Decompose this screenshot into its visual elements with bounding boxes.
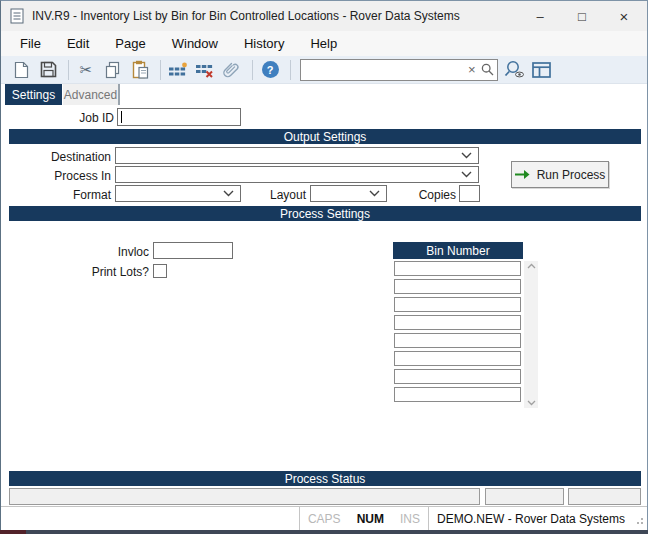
bin-number-input[interactable] — [394, 315, 521, 330]
job-id-label: Job ID — [1, 111, 114, 125]
invloc-input[interactable] — [153, 242, 233, 259]
find-records-icon[interactable] — [502, 59, 526, 81]
cut-icon[interactable]: ✂ — [74, 59, 98, 81]
copies-input[interactable] — [459, 185, 480, 202]
bin-number-input[interactable] — [394, 387, 521, 402]
bin-rows — [394, 261, 521, 405]
process-settings-header: Process Settings — [9, 206, 641, 221]
search-box: × — [300, 59, 498, 81]
bin-number-input[interactable] — [394, 351, 521, 366]
destination-select[interactable] — [115, 147, 479, 164]
minimize-button[interactable]: – — [519, 1, 561, 31]
delete-row-icon[interactable] — [193, 59, 217, 81]
text-caret — [121, 111, 122, 123]
search-input[interactable] — [301, 61, 464, 79]
menu-window[interactable]: Window — [163, 33, 227, 54]
destination-label: Destination — [1, 150, 111, 164]
process-status-field — [568, 488, 641, 505]
window-document-icon — [10, 8, 24, 24]
toolbar-separator — [68, 60, 69, 80]
toolbar-separator — [290, 60, 291, 80]
paste-icon[interactable] — [128, 59, 152, 81]
process-status-field — [9, 488, 480, 505]
chevron-down-icon — [461, 152, 472, 159]
num-indicator: NUM — [349, 512, 392, 526]
invloc-label: Invloc — [1, 245, 149, 259]
app-window: INV.R9 - Inventory List by Bin for Bin C… — [0, 0, 648, 531]
bin-number-input[interactable] — [394, 369, 521, 384]
new-document-icon[interactable] — [9, 59, 33, 81]
copy-icon[interactable] — [101, 59, 125, 81]
print-lots-label: Print Lots? — [1, 265, 149, 279]
process-status-header: Process Status — [9, 471, 641, 486]
session-label: DEMO.NEW - Rover Data Systems — [429, 512, 633, 526]
attachment-icon[interactable] — [220, 59, 244, 81]
process-in-select[interactable] — [115, 166, 479, 183]
resize-grip[interactable] — [633, 510, 645, 528]
desktop-edge-accent — [0, 530, 26, 534]
bin-number-input[interactable] — [394, 261, 521, 276]
search-clear-icon[interactable]: × — [464, 62, 480, 77]
desktop-edge — [0, 530, 648, 534]
close-button[interactable]: × — [603, 1, 645, 31]
insert-row-icon[interactable] — [166, 59, 190, 81]
menu-bar: File Edit Page Window History Help — [1, 31, 647, 56]
bin-table-scrollbar[interactable] — [524, 261, 538, 408]
menu-page[interactable]: Page — [106, 33, 154, 54]
tab-advanced[interactable]: Advanced — [63, 84, 120, 105]
run-arrow-icon — [515, 169, 530, 180]
print-lots-checkbox[interactable] — [153, 264, 167, 278]
bin-number-input[interactable] — [394, 297, 521, 312]
window-controls: – □ × — [519, 1, 645, 31]
output-settings-header: Output Settings — [9, 129, 641, 144]
bin-number-input[interactable] — [394, 333, 521, 348]
chevron-down-icon — [461, 171, 472, 178]
bin-number-header: Bin Number — [393, 242, 523, 259]
tab-settings[interactable]: Settings — [5, 84, 62, 105]
caps-indicator: CAPS — [300, 512, 349, 526]
search-icon[interactable] — [480, 63, 499, 76]
toolbar: ✂ ? × — [1, 56, 647, 84]
main-content: Settings Advanced Job ID Output Settings… — [1, 84, 647, 508]
ins-indicator: INS — [392, 512, 428, 526]
title-bar: INV.R9 - Inventory List by Bin for Bin C… — [1, 1, 647, 31]
bin-number-input[interactable] — [394, 279, 521, 294]
process-status-field — [485, 488, 564, 505]
save-icon[interactable] — [36, 59, 60, 81]
scroll-up-icon — [527, 263, 536, 269]
layout-label: Layout — [196, 188, 306, 202]
scroll-down-icon — [527, 400, 536, 406]
screen: INV.R9 - Inventory List by Bin for Bin C… — [0, 0, 648, 534]
status-bar: CAPS NUM INS DEMO.NEW - Rover Data Syste… — [1, 506, 647, 530]
toolbar-separator — [252, 60, 253, 80]
menu-edit[interactable]: Edit — [58, 33, 98, 54]
maximize-button[interactable]: □ — [561, 1, 603, 31]
menu-file[interactable]: File — [11, 33, 50, 54]
window-title: INV.R9 - Inventory List by Bin for Bin C… — [32, 9, 460, 23]
format-label: Format — [1, 188, 111, 202]
run-process-button[interactable]: Run Process — [511, 161, 609, 188]
layout-panel-icon[interactable] — [529, 59, 553, 81]
menu-help[interactable]: Help — [301, 33, 346, 54]
menu-history[interactable]: History — [235, 33, 293, 54]
help-icon[interactable]: ? — [258, 59, 282, 81]
toolbar-separator — [160, 60, 161, 80]
copies-label: Copies — [346, 188, 456, 202]
job-id-input[interactable] — [117, 108, 241, 126]
process-in-label: Process In — [1, 169, 111, 183]
